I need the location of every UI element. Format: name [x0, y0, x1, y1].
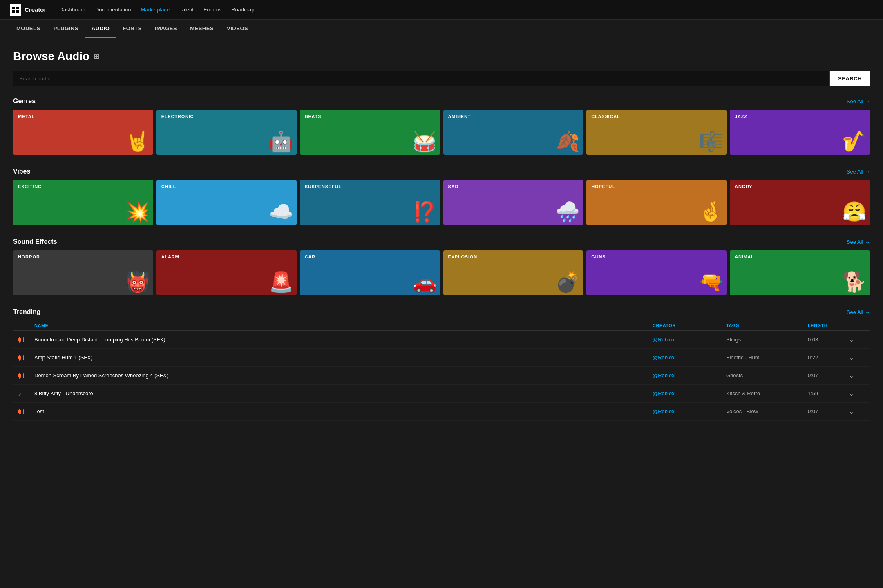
row-icon: [18, 354, 34, 361]
card-angry[interactable]: ANGRY 😤: [730, 180, 870, 225]
expand-button[interactable]: ⌄: [849, 390, 865, 397]
trending-title: Trending: [13, 308, 41, 316]
waveform-icon: [18, 408, 24, 415]
card-label: ANIMAL: [735, 254, 865, 259]
card-emoji: 🔫: [699, 272, 723, 292]
expand-button[interactable]: ⌄: [849, 372, 865, 379]
row-icon: [18, 336, 34, 343]
card-car[interactable]: CAR 🚗: [300, 250, 440, 295]
row-length: 0:07: [808, 408, 849, 414]
card-suspenseful[interactable]: SUSPENSEFUL ⁉️: [300, 180, 440, 225]
nav-talent[interactable]: Talent: [179, 7, 194, 13]
nav-dashboard[interactable]: Dashboard: [59, 7, 85, 13]
card-animal[interactable]: ANIMAL 🐕: [730, 250, 870, 295]
sub-nav: MODELS PLUGINS AUDIO FONTS IMAGES MESHES…: [0, 20, 883, 38]
search-bar: SEARCH: [13, 71, 870, 86]
card-emoji: 🚗: [412, 272, 437, 292]
card-emoji: 🚨: [269, 272, 293, 292]
card-label: GUNS: [591, 254, 722, 259]
table-row[interactable]: Boom Impact Deep Distant Thumping Hits B…: [13, 331, 870, 349]
sfx-grid: HORROR 👹 ALARM 🚨 CAR 🚗 EXPLOSION 💣 GUNS …: [13, 250, 870, 295]
card-emoji: ☁️: [269, 202, 293, 222]
row-tags: Voices - Blow: [726, 408, 808, 414]
vibes-title: Vibes: [13, 168, 30, 175]
row-tags: Ghosts: [726, 372, 808, 379]
subnav-meshes[interactable]: MESHES: [183, 20, 220, 38]
vibes-see-all[interactable]: See All →: [847, 169, 870, 175]
vibes-section: Vibes See All → EXCITING 💥 CHILL ☁️ SUSP…: [13, 168, 870, 225]
table-row[interactable]: Demon Scream By Pained Screeches Wheezin…: [13, 367, 870, 385]
expand-button[interactable]: ⌄: [849, 336, 865, 343]
expand-button[interactable]: ⌄: [849, 408, 865, 415]
row-name: Test: [34, 408, 653, 414]
card-horror[interactable]: HORROR 👹: [13, 250, 153, 295]
card-beats[interactable]: BEATS 🥁: [300, 110, 440, 155]
svg-rect-2: [12, 10, 15, 13]
card-emoji: 🥁: [412, 132, 437, 151]
card-alarm[interactable]: ALARM 🚨: [156, 250, 297, 295]
table-row[interactable]: Test @Roblox Voices - Blow 0:07 ⌄: [13, 403, 870, 421]
card-label: CAR: [305, 254, 435, 259]
subnav-models[interactable]: MODELS: [10, 20, 47, 38]
subnav-audio[interactable]: AUDIO: [85, 20, 116, 38]
card-emoji: 🌧️: [555, 202, 580, 222]
nav-marketplace[interactable]: Marketplace: [141, 7, 170, 13]
browse-header: Browse Audio ⊞: [13, 50, 870, 63]
card-sad[interactable]: SAD 🌧️: [443, 180, 583, 225]
card-emoji: 🎷: [842, 132, 867, 151]
genres-see-all[interactable]: See All →: [847, 98, 870, 105]
logo-text: Creator: [25, 6, 46, 13]
card-emoji: 👹: [125, 272, 150, 292]
sfx-header: Sound Effects See All →: [13, 238, 870, 245]
page-title: Browse Audio: [13, 50, 89, 63]
trending-see-all[interactable]: See All →: [847, 309, 870, 315]
card-jazz[interactable]: JAZZ 🎷: [730, 110, 870, 155]
note-icon: ♪: [18, 390, 21, 397]
col-name: NAME: [34, 323, 653, 328]
sfx-see-all[interactable]: See All →: [847, 239, 870, 245]
card-exciting[interactable]: EXCITING 💥: [13, 180, 153, 225]
svg-rect-0: [12, 7, 15, 9]
subnav-videos[interactable]: VIDEOS: [220, 20, 255, 38]
card-label: JAZZ: [735, 114, 865, 119]
row-length: 0:03: [808, 336, 849, 343]
expand-button[interactable]: ⌄: [849, 354, 865, 361]
row-tags: Stings: [726, 336, 808, 343]
main-content: Browse Audio ⊞ SEARCH Genres See All → M…: [0, 38, 883, 445]
row-name: Boom Impact Deep Distant Thumping Hits B…: [34, 336, 653, 343]
subnav-images[interactable]: IMAGES: [148, 20, 183, 38]
card-label: CHILL: [161, 184, 292, 189]
card-electronic[interactable]: ELECTRONIC 🤖: [156, 110, 297, 155]
card-explosion[interactable]: EXPLOSION 💣: [443, 250, 583, 295]
waveform-icon: [18, 372, 24, 379]
row-creator: @Roblox: [653, 390, 726, 396]
vibes-grid: EXCITING 💥 CHILL ☁️ SUSPENSEFUL ⁉️ SAD 🌧…: [13, 180, 870, 225]
card-label: EXCITING: [18, 184, 148, 189]
card-guns[interactable]: GUNS 🔫: [586, 250, 727, 295]
svg-rect-3: [16, 10, 19, 13]
table-row[interactable]: Amp Static Hum 1 (SFX) @Roblox Electric …: [13, 349, 870, 367]
nav-forums[interactable]: Forums: [203, 7, 221, 13]
subnav-fonts[interactable]: FONTS: [116, 20, 148, 38]
card-ambient[interactable]: AMBIENT 🍂: [443, 110, 583, 155]
subnav-plugins[interactable]: PLUGINS: [47, 20, 85, 38]
trending-section: Trending See All → NAME CREATOR TAGS LEN…: [13, 308, 870, 421]
filter-icon[interactable]: ⊞: [94, 52, 100, 61]
nav-roadmap[interactable]: Roadmap: [231, 7, 254, 13]
search-button[interactable]: SEARCH: [830, 71, 870, 86]
card-label: EXPLOSION: [448, 254, 579, 259]
logo[interactable]: Creator: [10, 4, 46, 16]
card-hopeful[interactable]: HOPEFUL 🤞: [586, 180, 727, 225]
genres-section: Genres See All → METAL 🤘 ELECTRONIC 🤖 BE…: [13, 98, 870, 155]
trending-table: NAME CREATOR TAGS LENGTH Boom Impact Dee…: [13, 321, 870, 421]
row-length: 0:07: [808, 372, 849, 379]
search-input[interactable]: [13, 71, 830, 86]
nav-documentation[interactable]: Documentation: [95, 7, 131, 13]
top-nav-links: Dashboard Documentation Marketplace Tale…: [59, 7, 254, 13]
table-row[interactable]: ♪ 8 Bitty Kitty - Underscore @Roblox Kit…: [13, 385, 870, 403]
card-metal[interactable]: METAL 🤘: [13, 110, 153, 155]
card-chill[interactable]: CHILL ☁️: [156, 180, 297, 225]
card-label: HORROR: [18, 254, 148, 259]
waveform-icon: [18, 336, 24, 343]
card-classical[interactable]: CLASSICAL 🎼: [586, 110, 727, 155]
